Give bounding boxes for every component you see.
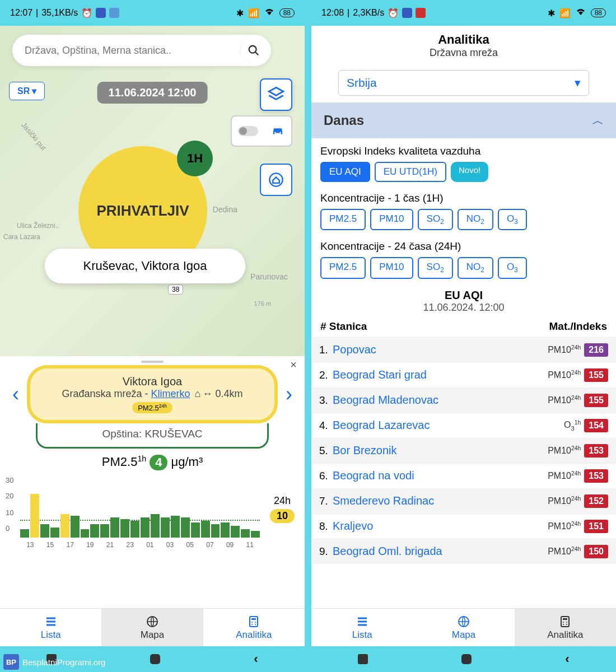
chart-bar <box>251 531 260 538</box>
table-row[interactable]: 5.Bor BrezonikPM1024h153 <box>311 438 616 463</box>
chip-pollutant[interactable]: O3 <box>498 209 527 230</box>
chip-pollutant[interactable]: PM2.5 <box>320 257 366 278</box>
svg-point-0 <box>249 46 256 53</box>
search-icon <box>248 44 260 57</box>
chart-bar <box>201 521 210 538</box>
hourly-chart: 30 20 10 0 131517192123010305070911 24h … <box>0 476 305 549</box>
chip-pollutant[interactable]: PM2.5 <box>320 209 366 230</box>
map[interactable]: Dedina Parunovac 176 m Ulica Železni.. C… <box>0 26 305 356</box>
svg-rect-6 <box>250 617 258 627</box>
status-speed: 35,1KB/s <box>41 8 78 18</box>
table-row[interactable]: 4.Beograd LazarevacO31h154 <box>311 413 616 438</box>
home-sys-icon[interactable] <box>150 654 160 664</box>
chart-bar <box>50 528 59 538</box>
chip-eu-utd[interactable]: EU UTD(1H) <box>375 162 446 182</box>
map-label: Ulica Železni.. <box>17 222 59 230</box>
search-input[interactable] <box>25 45 240 57</box>
nav-analitika[interactable]: Analitika <box>515 609 616 646</box>
table-row[interactable]: 8.KraljevoPM1024h151 <box>311 514 616 539</box>
home-sys-icon[interactable] <box>461 654 472 664</box>
station-table: 1.PopovacPM1024h2162.Beograd Stari gradP… <box>311 337 616 608</box>
map-label: Parunovac <box>250 272 288 281</box>
nav-analitika[interactable]: Analitika <box>203 609 305 646</box>
mail-icon <box>416 8 426 18</box>
drag-handle[interactable] <box>141 361 164 363</box>
phone-right: 12:08 | 2,3KB/s ⏰ ✱ 📶 88 Analitika Držav… <box>311 0 616 672</box>
section-eu-aqi: Evropski Indeks kvaliteta vazduha EU AQI… <box>311 138 616 185</box>
chart-bar <box>151 514 160 538</box>
language-selector[interactable]: SR ▾ <box>9 82 45 100</box>
chart-bar <box>40 524 49 538</box>
phone-left: 12:07 | 35,1KB/s ⏰ ✱ 📶 88 Dedina Parunov… <box>0 0 305 672</box>
nav-lista[interactable]: Lista <box>0 609 101 646</box>
table-row[interactable]: 9.Beograd Oml. brigadaPM1024h150 <box>311 539 616 564</box>
calc-icon <box>558 615 572 628</box>
search-button[interactable] <box>240 37 267 64</box>
table-row[interactable]: 1.PopovacPM1024h216 <box>311 337 616 362</box>
chart-bar <box>90 524 99 538</box>
svg-point-3 <box>279 132 281 133</box>
app-icon <box>402 8 412 18</box>
chip-pollutant[interactable]: NO2 <box>458 257 493 278</box>
home-button[interactable] <box>260 164 292 196</box>
nav-mapa[interactable]: Mapa <box>413 609 514 646</box>
reading-line: PM2.51h 4 μg/m³ <box>0 449 305 475</box>
chip-pollutant[interactable]: O3 <box>498 257 527 278</box>
car-toggle-box[interactable] <box>231 115 292 147</box>
search-bar[interactable] <box>12 35 271 66</box>
road-badge: 38 <box>168 284 183 295</box>
chip-pollutant[interactable]: SO2 <box>418 209 453 230</box>
prev-button[interactable]: ‹ <box>4 382 27 406</box>
toggle-switch[interactable] <box>238 126 258 136</box>
accordion-today[interactable]: Danas ︿ <box>311 102 616 138</box>
chip-pollutant[interactable]: PM10 <box>370 209 413 230</box>
chart-bar <box>30 494 39 538</box>
list-icon <box>44 615 58 628</box>
chart-bar <box>221 522 230 538</box>
svg-point-2 <box>274 132 276 133</box>
chip-pollutant[interactable]: SO2 <box>418 257 453 278</box>
globe-icon <box>457 615 470 628</box>
table-row[interactable]: 7.Smederevo RadinacPM1024h152 <box>311 488 616 514</box>
alarm-icon: ⏰ <box>388 8 399 18</box>
map-label: Dedina <box>213 205 237 214</box>
svg-point-15 <box>563 622 564 623</box>
country-dropdown[interactable]: Srbija ▾ <box>338 70 589 96</box>
recents-icon[interactable] <box>358 654 368 664</box>
status-time: 12:08 <box>321 8 344 18</box>
svg-point-16 <box>566 622 567 623</box>
table-row[interactable]: 3.Beograd MladenovacPM1024h155 <box>311 388 616 413</box>
badge-novo: Novo! <box>451 162 488 182</box>
bottom-nav: Lista Mapa Analitika <box>0 608 305 646</box>
bp-watermark: BPBesplatniProgrami.org <box>3 654 105 670</box>
reading-value: 4 <box>150 455 167 470</box>
chart-bar <box>181 517 190 538</box>
location-card[interactable]: Kruševac, Viktora Igoa <box>45 249 245 283</box>
close-button[interactable]: × <box>287 358 300 372</box>
back-sys-icon[interactable]: ‹ <box>565 652 569 666</box>
nav-lista[interactable]: Lista <box>311 609 413 646</box>
table-row[interactable]: 6.Beograd na vodiPM1024h153 <box>311 463 616 488</box>
chart-bar <box>20 529 29 538</box>
home-icon <box>268 172 284 188</box>
battery-icon: 88 <box>591 8 606 17</box>
system-nav: ‹ <box>311 646 616 672</box>
station-title: Viktora Igoa <box>39 375 265 388</box>
layers-button[interactable] <box>260 78 292 111</box>
table-row[interactable]: 2.Beograd Stari gradPM1024h155 <box>311 362 616 388</box>
svg-point-9 <box>255 622 256 623</box>
klimerko-link[interactable]: Klimerko <box>151 388 190 399</box>
station-subtitle: Građanska mreža - Klimerko ⌂↔ 0.4km <box>39 388 265 400</box>
next-button[interactable]: › <box>278 382 300 406</box>
caret-down-icon: ▾ <box>575 76 581 90</box>
chip-pollutant[interactable]: NO2 <box>458 209 493 230</box>
layers-icon <box>267 85 286 104</box>
opstina-label: Opština: KRUŠEVAC <box>38 428 267 442</box>
chip-eu-aqi[interactable]: EU AQI <box>320 162 370 182</box>
svg-point-17 <box>563 624 564 625</box>
back-sys-icon[interactable]: ‹ <box>254 652 258 666</box>
page-title: Analitika <box>311 32 616 47</box>
chip-pollutant[interactable]: PM10 <box>370 257 413 278</box>
caret-down-icon: ▾ <box>32 86 36 96</box>
nav-mapa[interactable]: Mapa <box>101 609 203 646</box>
